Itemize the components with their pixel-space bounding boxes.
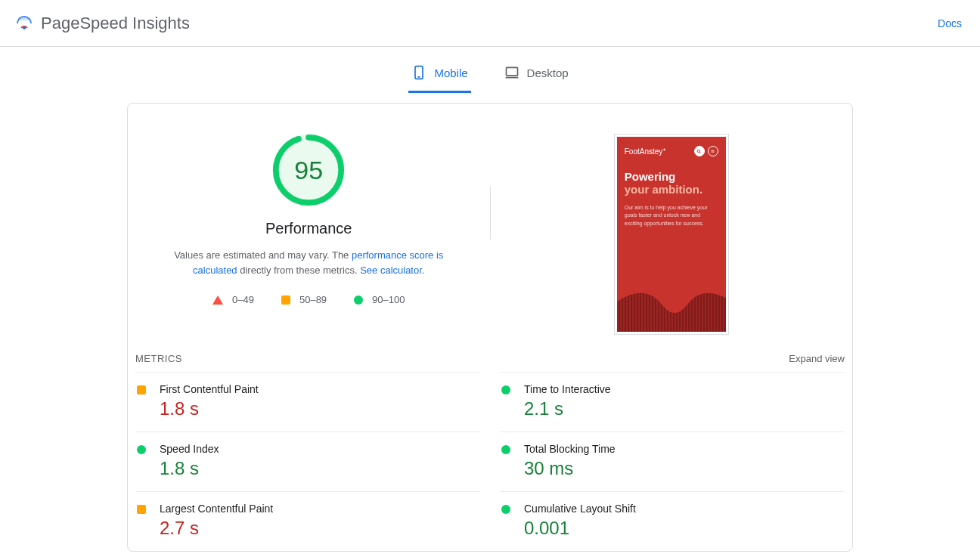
metric-body: Time to Interactive2.1 s xyxy=(524,383,611,419)
legend-fail: 0–49 xyxy=(212,294,254,305)
preview-screen: FootAnstey✦ Powering your ambition. Our … xyxy=(617,137,726,332)
app-title: PageSpeed Insights xyxy=(41,14,190,33)
device-tabs: Mobile Desktop xyxy=(0,47,980,94)
report-card: 95 Performance Values are estimated and … xyxy=(127,103,853,552)
app-header: PageSpeed Insights Docs xyxy=(0,0,980,47)
performance-gauge: 95 xyxy=(272,134,345,206)
summary-left: 95 Performance Values are estimated and … xyxy=(128,134,490,353)
circle-icon xyxy=(137,445,146,454)
docs-link[interactable]: Docs xyxy=(938,17,962,29)
metric-row: Total Blocking Time30 ms xyxy=(500,432,845,491)
legend-good-label: 90–100 xyxy=(372,294,405,305)
preview-paragraph: Our aim is to help you achieve your goal… xyxy=(625,204,718,228)
desc-text-2: directly from these metrics. xyxy=(237,265,361,276)
desktop-icon xyxy=(504,65,519,80)
circle-icon xyxy=(501,385,510,394)
metric-body: Speed Index1.8 s xyxy=(160,443,219,479)
legend-avg: 50–89 xyxy=(281,294,327,305)
tab-desktop[interactable]: Desktop xyxy=(501,57,572,93)
metric-body: Cumulative Layout Shift0.001 xyxy=(524,503,636,539)
expand-view-toggle[interactable]: Expand view xyxy=(789,353,845,364)
summary-row: 95 Performance Values are estimated and … xyxy=(128,134,852,353)
legend-avg-label: 50–89 xyxy=(299,294,327,305)
metric-name: Cumulative Layout Shift xyxy=(524,503,636,515)
metric-value: 2.7 s xyxy=(160,518,273,539)
svg-point-6 xyxy=(697,150,700,153)
metric-name: Speed Index xyxy=(160,443,219,455)
metric-row: Time to Interactive2.1 s xyxy=(500,372,845,432)
tab-mobile[interactable]: Mobile xyxy=(408,57,470,93)
metric-name: Total Blocking Time xyxy=(524,443,616,455)
metric-row: Largest Contentful Paint2.7 s xyxy=(135,491,480,551)
square-icon xyxy=(281,295,290,305)
preview-topbar: FootAnstey✦ xyxy=(625,146,718,156)
site-preview: FootAnstey✦ Powering your ambition. Our … xyxy=(614,134,729,335)
square-icon xyxy=(137,385,146,394)
preview-heading-2: your ambition. xyxy=(625,183,718,196)
metric-name: Largest Contentful Paint xyxy=(160,503,273,515)
metric-name: Time to Interactive xyxy=(524,383,611,395)
metric-value: 30 ms xyxy=(524,458,616,479)
metric-row: Cumulative Layout Shift0.001 xyxy=(500,491,845,551)
mobile-icon xyxy=(411,65,426,80)
tab-desktop-label: Desktop xyxy=(527,67,569,79)
see-calculator-link[interactable]: See calculator. xyxy=(360,265,424,276)
desc-text-1: Values are estimated and may vary. The xyxy=(174,249,352,261)
search-icon xyxy=(694,146,705,156)
preview-icons xyxy=(694,146,718,156)
preview-graphic-icon xyxy=(617,279,726,332)
metrics-grid: First Contentful Paint1.8 sTime to Inter… xyxy=(128,372,852,551)
gauge-score: 95 xyxy=(272,134,345,206)
legend-fail-label: 0–49 xyxy=(232,294,254,305)
metric-body: First Contentful Paint1.8 s xyxy=(160,383,259,419)
pagespeed-logo-icon xyxy=(15,14,33,32)
circle-icon xyxy=(501,505,510,514)
metrics-header: METRICS Expand view xyxy=(128,353,852,372)
legend-good: 90–100 xyxy=(354,294,405,305)
metric-value: 2.1 s xyxy=(524,398,611,419)
metric-body: Largest Contentful Paint2.7 s xyxy=(160,503,273,539)
gauge-description: Values are estimated and may vary. The p… xyxy=(157,248,460,277)
square-icon xyxy=(137,505,146,514)
triangle-icon xyxy=(212,295,223,305)
metric-value: 0.001 xyxy=(524,518,636,539)
preview-heading-1: Powering xyxy=(625,170,718,183)
tab-mobile-label: Mobile xyxy=(434,67,467,79)
circle-icon xyxy=(501,445,510,454)
metric-row: First Contentful Paint1.8 s xyxy=(135,372,480,432)
gauge-label: Performance xyxy=(265,220,352,237)
svg-rect-3 xyxy=(506,67,517,76)
svg-point-0 xyxy=(23,26,26,29)
metric-value: 1.8 s xyxy=(160,398,259,419)
header-left: PageSpeed Insights xyxy=(15,14,190,33)
metric-name: First Contentful Paint xyxy=(160,383,259,395)
svg-line-7 xyxy=(700,152,701,153)
metric-row: Speed Index1.8 s xyxy=(135,432,480,491)
menu-icon xyxy=(708,146,718,156)
metric-body: Total Blocking Time30 ms xyxy=(524,443,616,479)
summary-right: FootAnstey✦ Powering your ambition. Our … xyxy=(491,134,853,353)
metrics-title: METRICS xyxy=(135,353,182,364)
preview-brand: FootAnstey✦ xyxy=(625,147,667,156)
metric-value: 1.8 s xyxy=(160,458,219,479)
score-legend: 0–49 50–89 90–100 xyxy=(212,294,405,305)
circle-icon xyxy=(354,295,363,305)
